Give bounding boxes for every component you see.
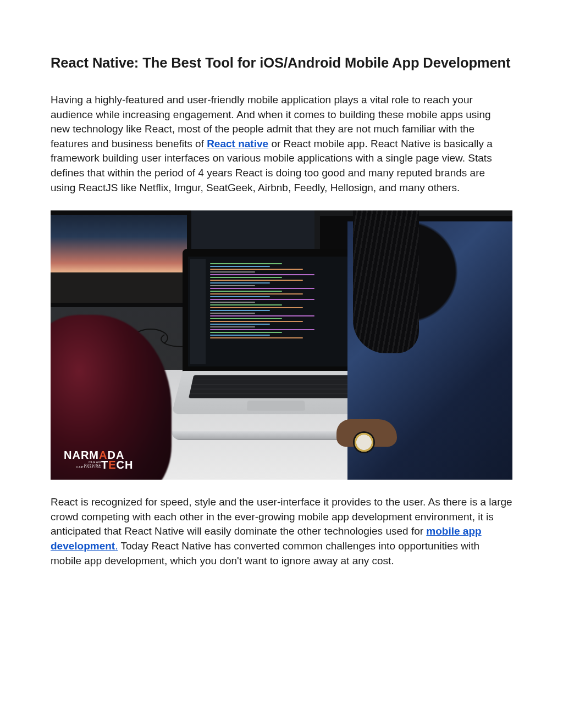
body-paragraph: React is recognized for speed, style and… — [51, 495, 512, 568]
logo-line2-a: T — [101, 459, 108, 471]
logo-tag3: CAPTIVATING — [76, 465, 101, 469]
code-editor — [210, 263, 360, 338]
brand-logo: NARMADA CLEAN CONCISE CAPTIVATING TECH — [64, 450, 133, 470]
logo-line2-accent: E — [108, 459, 116, 471]
wristwatch-icon — [353, 431, 375, 453]
document-title: React Native: The Best Tool for iOS/Andr… — [51, 55, 512, 71]
react-native-link[interactable]: React native — [207, 138, 268, 149]
logo-line2-b: CH — [117, 459, 134, 471]
person-right-hair — [353, 210, 419, 353]
logo-line1-a: NARM — [64, 449, 99, 461]
link-trailing-period: . — [115, 540, 118, 552]
hero-image: NARMADA CLEAN CONCISE CAPTIVATING TECH — [51, 210, 512, 480]
left-monitor — [51, 210, 191, 307]
laptop-screen — [183, 249, 369, 372]
document-page: React Native: The Best Tool for iOS/Andr… — [0, 0, 563, 728]
intro-paragraph: Having a highly-featured and user-friend… — [51, 93, 512, 195]
